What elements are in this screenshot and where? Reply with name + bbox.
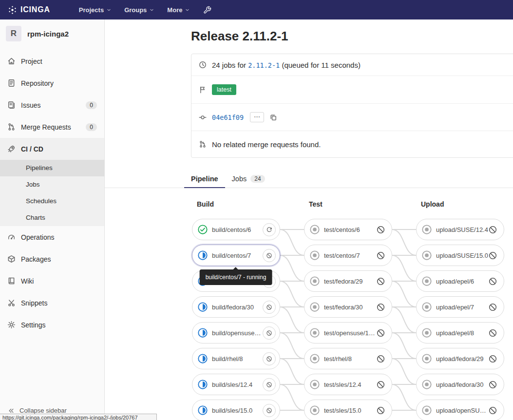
ban-icon xyxy=(376,225,385,234)
job-pill[interactable]: build/rhel/8 xyxy=(192,348,280,369)
snippets-icon xyxy=(7,299,16,307)
status-running-icon xyxy=(197,302,208,312)
navbar-menu-projects[interactable]: Projects xyxy=(73,0,118,19)
sidebar-item-label: CI / CD xyxy=(21,145,97,153)
stage-column-upload: Uploadupload/SUSE/12.4upload/SUSE/15.0up… xyxy=(416,200,504,420)
merge-request-icon xyxy=(7,123,16,131)
job-pill[interactable]: test/rhel/8 xyxy=(304,348,392,369)
job-name: build/centos/7 xyxy=(212,252,263,259)
sidebar-item-wiki[interactable]: Wiki xyxy=(0,270,104,292)
mr-status-text: No related merge requests found. xyxy=(212,140,321,149)
job-pill[interactable]: upload/fedora/29 xyxy=(416,348,504,369)
sidebar-item-label: Issues xyxy=(21,101,80,109)
sidebar-subitem-pipelines[interactable]: Pipelines xyxy=(0,160,104,176)
navbar-menu-groups[interactable]: Groups xyxy=(118,0,161,19)
project-header[interactable]: R rpm-icinga2 xyxy=(0,19,104,47)
stage-title: Upload xyxy=(416,200,504,210)
sidebar-item-label: Wiki xyxy=(21,277,97,285)
status-created-icon xyxy=(309,327,320,338)
job-pill[interactable]: build/opensuse/… xyxy=(192,322,280,344)
job-pill[interactable]: upload/SUSE/15.0 xyxy=(416,245,504,266)
main-content: Release 2.11.2-1 24 jobs for 2.11.2-1 (q… xyxy=(105,19,513,420)
ban-icon xyxy=(488,406,497,415)
job-pill[interactable]: build/centos/6 xyxy=(192,219,280,240)
cancel-job-button[interactable] xyxy=(263,404,276,417)
collapse-sidebar-label: Collapse sidebar xyxy=(19,407,67,414)
ban-icon xyxy=(376,303,385,312)
sidebar-item-settings[interactable]: Settings xyxy=(0,314,104,336)
ban-icon xyxy=(488,380,497,389)
admin-wrench-icon[interactable] xyxy=(203,6,211,14)
job-pill[interactable]: upload/epel/8 xyxy=(416,322,504,344)
chevron-down-icon xyxy=(106,7,112,13)
sidebar-subitem-schedules[interactable]: Schedules xyxy=(0,193,104,210)
job-pill[interactable]: test/sles/12.4 xyxy=(304,374,392,395)
ban-icon xyxy=(488,277,497,286)
job-pill[interactable]: test/fedora/30 xyxy=(304,296,392,318)
status-created-icon xyxy=(421,405,432,416)
job-pill[interactable]: test/opensuse/1… xyxy=(304,322,392,344)
stage-connector-test-upload xyxy=(392,219,416,420)
job-pill[interactable]: build/sles/15.0 xyxy=(192,400,280,420)
sidebar-subitem-jobs[interactable]: Jobs xyxy=(0,176,104,193)
job-pill[interactable]: build/fedora/30 xyxy=(192,296,280,318)
expand-commit-button[interactable]: ⋯ xyxy=(250,112,264,122)
cancel-job-button[interactable] xyxy=(263,249,276,262)
sidebar-item-label: Repository xyxy=(21,79,97,87)
sidebar-item-merge-requests[interactable]: Merge Requests0 xyxy=(0,116,104,138)
status-created-icon xyxy=(421,276,432,286)
sidebar-item-repository[interactable]: Repository xyxy=(0,72,104,94)
job-pill[interactable]: build/sles/12.4 xyxy=(192,374,280,395)
job-tooltip: build/centos/7 - running xyxy=(200,269,272,285)
sidebar-nav: ProjectRepositoryIssues0Merge Requests0C… xyxy=(0,47,104,336)
ref-link[interactable]: 2.11.2-1 xyxy=(248,61,280,69)
status-created-icon xyxy=(309,353,320,364)
count-badge: 0 xyxy=(86,123,97,131)
job-pill[interactable]: test/fedora/29 xyxy=(304,270,392,292)
job-pill[interactable]: upload/openSU… xyxy=(416,400,504,420)
sidebar-item-project[interactable]: Project xyxy=(0,50,104,72)
jobs-summary-text: 24 jobs for 2.11.2-1 (queued for 11 seco… xyxy=(212,61,361,69)
ban-icon xyxy=(488,251,497,260)
job-pill[interactable]: build/centos/7 xyxy=(192,245,280,266)
cancel-job-button[interactable] xyxy=(263,326,276,340)
top-navbar: ICINGA ProjectsGroupsMore xyxy=(0,0,513,19)
navbar-menu-more[interactable]: More xyxy=(161,0,196,19)
job-pill[interactable]: upload/epel/6 xyxy=(416,270,504,292)
job-pill[interactable]: upload/epel/7 xyxy=(416,296,504,318)
navbar-menu-label: Projects xyxy=(79,6,104,14)
sidebar-subitem-charts[interactable]: Charts xyxy=(0,210,104,226)
cancel-job-button[interactable] xyxy=(263,352,276,365)
package-icon xyxy=(7,255,16,263)
project-name: rpm-icinga2 xyxy=(27,30,69,38)
wiki-icon xyxy=(7,277,16,285)
tab-pipeline[interactable]: Pipeline xyxy=(184,170,225,188)
retry-job-button[interactable] xyxy=(263,223,276,236)
job-pill[interactable]: test/centos/6 xyxy=(304,219,392,240)
cancel-job-button[interactable] xyxy=(263,378,276,391)
job-pill[interactable]: test/sles/15.0 xyxy=(304,400,392,420)
job-pill[interactable]: test/centos/7 xyxy=(304,245,392,266)
job-name: upload/SUSE/12.4 xyxy=(436,226,488,233)
status-running-icon xyxy=(197,250,208,261)
job-name: upload/fedora/29 xyxy=(436,355,488,363)
sidebar-item-issues[interactable]: Issues0 xyxy=(0,94,104,116)
icinga-logo[interactable]: ICINGA xyxy=(8,5,50,15)
sidebar-section-ci-cd: CI / CDPipelinesJobsSchedulesCharts xyxy=(0,138,104,226)
status-created-icon xyxy=(421,327,432,338)
sidebar-item-packages[interactable]: Packages xyxy=(0,248,104,270)
job-name: upload/epel/8 xyxy=(436,329,488,337)
sidebar-item-snippets[interactable]: Snippets xyxy=(0,292,104,314)
copy-commit-sha-icon[interactable] xyxy=(269,114,277,121)
cancel-job-button[interactable] xyxy=(263,301,276,314)
sidebar-item-operations[interactable]: Operations xyxy=(0,226,104,248)
ban-icon xyxy=(376,251,385,260)
job-pill[interactable]: upload/fedora/30 xyxy=(416,374,504,395)
job-name: build/opensuse/… xyxy=(212,329,263,337)
latest-tag-badge[interactable]: latest xyxy=(212,84,236,95)
job-pill[interactable]: upload/SUSE/12.4 xyxy=(416,219,504,240)
tab-jobs[interactable]: Jobs 24 xyxy=(225,170,272,188)
brand-name: ICINGA xyxy=(20,5,50,14)
sidebar-item-ci-cd[interactable]: CI / CD xyxy=(0,138,104,160)
commit-sha-link[interactable]: 04e61f09 xyxy=(212,114,244,121)
